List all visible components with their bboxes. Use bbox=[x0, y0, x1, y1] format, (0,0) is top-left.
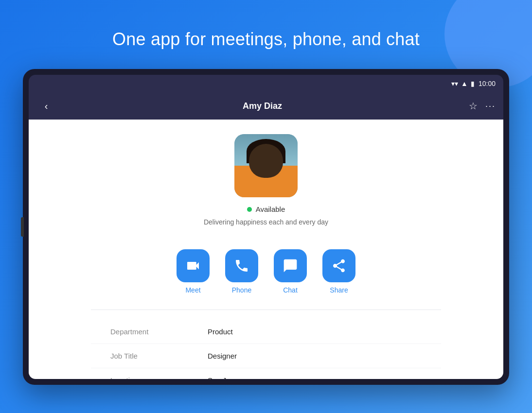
phone-label: Phone bbox=[232, 286, 251, 294]
nav-bar: ‹ Amy Diaz ☆ ··· bbox=[29, 92, 503, 120]
job-title-value: Designer bbox=[208, 352, 237, 360]
meet-label: Meet bbox=[185, 286, 200, 294]
status-message: Delivering happiness each and every day bbox=[204, 218, 328, 226]
avatar-head bbox=[249, 144, 283, 178]
phone-icon bbox=[234, 258, 249, 274]
location-value: San Jose bbox=[208, 376, 238, 379]
status-dot bbox=[247, 207, 252, 212]
department-label: Department bbox=[110, 327, 208, 336]
meet-action: Meet bbox=[177, 249, 210, 294]
chat-button[interactable] bbox=[274, 249, 307, 282]
star-button[interactable]: ☆ bbox=[469, 100, 478, 112]
chat-label: Chat bbox=[283, 286, 298, 294]
signal-icon: ▲ bbox=[461, 80, 468, 87]
status-text: Available bbox=[256, 205, 285, 213]
department-value: Product bbox=[208, 327, 233, 336]
location-label: Location bbox=[110, 376, 208, 379]
phone-button[interactable] bbox=[225, 249, 258, 282]
job-title-row: Job Title Designer bbox=[91, 344, 441, 368]
department-row: Department Product bbox=[91, 320, 441, 344]
meet-button[interactable] bbox=[177, 249, 210, 282]
job-title-label: Job Title bbox=[110, 352, 208, 360]
wifi-icon: ▾▾ bbox=[451, 80, 458, 87]
info-section: Department Product Job Title Designer Lo… bbox=[91, 310, 441, 379]
tablet-side-button bbox=[21, 217, 24, 237]
battery-icon: ▮ bbox=[471, 80, 475, 87]
clock: 10:00 bbox=[479, 80, 496, 87]
share-icon bbox=[331, 258, 347, 274]
status-bar: ▾▾ ▲ ▮ 10:00 bbox=[29, 75, 503, 92]
avatar bbox=[234, 134, 298, 197]
share-button[interactable] bbox=[322, 249, 355, 282]
nav-actions: ☆ ··· bbox=[469, 100, 496, 112]
status-icons: ▾▾ ▲ ▮ bbox=[451, 80, 475, 87]
share-label: Share bbox=[330, 286, 348, 294]
more-button[interactable]: ··· bbox=[485, 101, 496, 111]
phone-action: Phone bbox=[225, 249, 258, 294]
status-indicator: Available bbox=[247, 205, 285, 213]
main-content: Available Delivering happiness each and … bbox=[29, 120, 503, 379]
action-buttons: Meet Phone bbox=[177, 249, 355, 294]
profile-section: Available Delivering happiness each and … bbox=[204, 134, 328, 238]
avatar-image bbox=[234, 134, 298, 197]
back-button[interactable]: ‹ bbox=[36, 101, 56, 112]
chat-icon bbox=[283, 258, 298, 274]
share-action: Share bbox=[322, 249, 355, 294]
camera-icon bbox=[185, 258, 201, 274]
tablet-screen: ▾▾ ▲ ▮ 10:00 ‹ Amy Diaz ☆ ··· bbox=[29, 75, 503, 379]
tablet-frame: ▾▾ ▲ ▮ 10:00 ‹ Amy Diaz ☆ ··· bbox=[23, 69, 509, 385]
page-headline: One app for meetings, phone, and chat bbox=[112, 29, 420, 50]
chat-action: Chat bbox=[274, 249, 307, 294]
screen-title: Amy Diaz bbox=[56, 101, 469, 111]
location-row: Location San Jose bbox=[91, 368, 441, 379]
